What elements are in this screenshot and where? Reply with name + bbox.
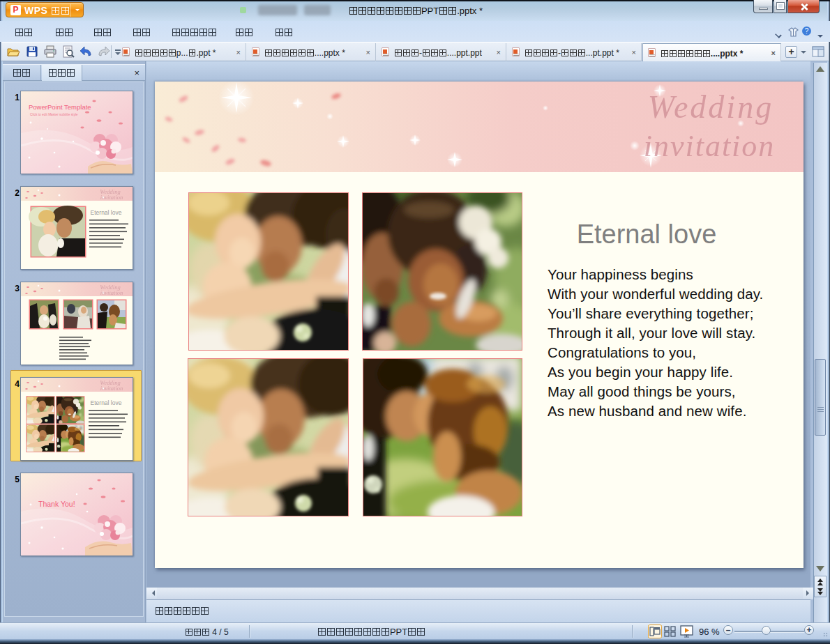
svg-text:PowerPoint Template: PowerPoint Template [29, 103, 91, 111]
svg-text:Eternal love: Eternal love [91, 399, 122, 406]
svg-text:Click to edit Master subtitle: Click to edit Master subtitle style [30, 113, 78, 116]
svg-text:Wedding: Wedding [648, 89, 774, 125]
svg-text:invitation: invitation [100, 289, 123, 296]
svg-text:invitation: invitation [100, 194, 123, 201]
svg-text:invitation: invitation [644, 129, 776, 163]
svg-text:Eternal love: Eternal love [91, 209, 122, 216]
svg-text:invitation: invitation [100, 385, 123, 392]
svg-text:Thank You!: Thank You! [38, 500, 75, 508]
